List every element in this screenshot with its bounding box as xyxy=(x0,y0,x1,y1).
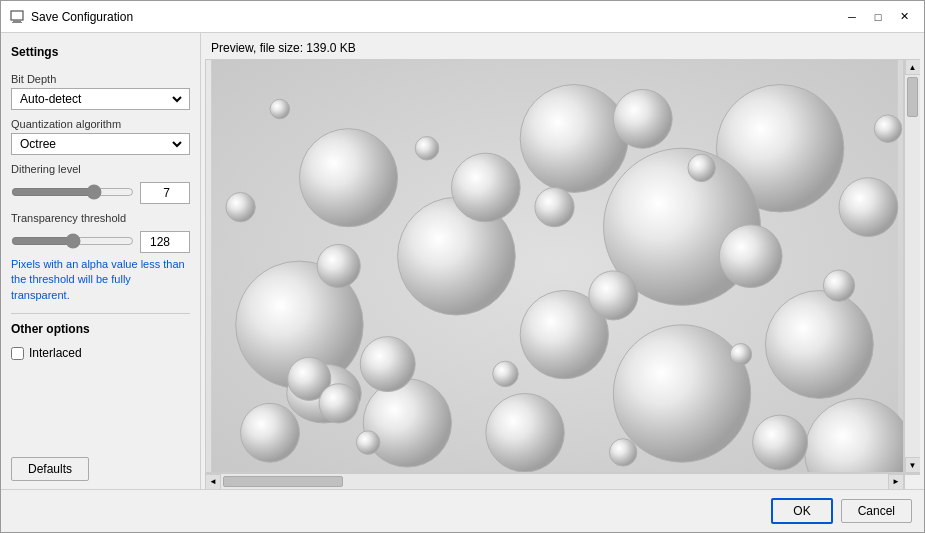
dithering-slider[interactable] xyxy=(11,184,134,200)
quantization-select[interactable]: OctreeMedian cutWu xyxy=(16,136,185,152)
scroll-corner xyxy=(904,474,920,490)
dithering-input[interactable]: 7 xyxy=(140,182,190,204)
scroll-h-thumb[interactable] xyxy=(223,476,343,487)
settings-header: Settings xyxy=(11,45,190,59)
dialog-title: Save Configuration xyxy=(31,10,840,24)
horizontal-scrollbar[interactable]: ◄ ► xyxy=(205,473,920,489)
svg-point-25 xyxy=(317,244,360,287)
svg-point-33 xyxy=(874,115,901,142)
svg-point-26 xyxy=(226,192,255,221)
interlaced-row: Interlaced xyxy=(11,346,190,360)
preview-header: Preview, file size: 139.0 KB xyxy=(201,33,924,59)
bit-depth-label: Bit Depth xyxy=(11,73,190,85)
transparency-slider-container xyxy=(11,233,134,252)
interlaced-checkbox[interactable] xyxy=(11,347,24,360)
ok-button[interactable]: OK xyxy=(771,498,832,524)
svg-point-14 xyxy=(486,394,564,472)
quantization-dropdown[interactable]: OctreeMedian cutWu xyxy=(11,133,190,155)
close-button[interactable]: ✕ xyxy=(892,7,916,27)
scroll-v-track[interactable] xyxy=(905,75,920,457)
minimize-button[interactable]: ─ xyxy=(840,7,864,27)
defaults-btn-row: Defaults xyxy=(11,445,190,481)
interlaced-label[interactable]: Interlaced xyxy=(29,346,82,360)
transparency-slider[interactable] xyxy=(11,233,134,249)
svg-rect-1 xyxy=(13,20,21,22)
svg-point-13 xyxy=(363,379,451,467)
svg-point-32 xyxy=(609,439,636,466)
transparency-row: 128 xyxy=(11,231,190,253)
dithering-slider-container xyxy=(11,184,134,203)
other-options-header: Other options xyxy=(11,322,190,336)
svg-point-27 xyxy=(415,137,439,161)
svg-point-17 xyxy=(452,153,521,222)
scroll-v-thumb[interactable] xyxy=(907,77,918,117)
svg-point-16 xyxy=(613,89,672,148)
bit-depth-select[interactable]: Auto-detect8-bit24-bit32-bit xyxy=(16,91,185,107)
svg-rect-0 xyxy=(11,11,23,20)
quantization-label: Quantization algorithm xyxy=(11,118,190,130)
svg-point-8 xyxy=(613,325,750,462)
dialog: Save Configuration ─ □ ✕ Settings Bit De… xyxy=(0,0,925,533)
dialog-content: Settings Bit Depth Auto-detect8-bit24-bi… xyxy=(1,33,924,489)
svg-point-31 xyxy=(356,431,380,455)
scroll-h-track[interactable] xyxy=(221,474,888,489)
preview-container xyxy=(205,59,904,473)
svg-point-35 xyxy=(730,343,752,365)
transparency-info: Pixels with an alpha value less than the… xyxy=(11,257,190,303)
svg-point-28 xyxy=(688,154,715,181)
svg-rect-2 xyxy=(12,22,22,23)
svg-point-11 xyxy=(299,129,397,227)
svg-point-20 xyxy=(589,271,638,320)
maximize-button[interactable]: □ xyxy=(866,7,890,27)
preview-scroll-wrapper: ▲ ▼ xyxy=(205,59,920,473)
cancel-button[interactable]: Cancel xyxy=(841,499,912,523)
svg-point-21 xyxy=(839,178,898,237)
svg-point-7 xyxy=(765,291,873,399)
left-panel: Settings Bit Depth Auto-detect8-bit24-bi… xyxy=(1,33,201,489)
svg-point-18 xyxy=(360,337,415,392)
transparency-label: Transparency threshold xyxy=(11,212,190,224)
scroll-left-button[interactable]: ◄ xyxy=(205,474,221,490)
title-bar-buttons: ─ □ ✕ xyxy=(840,7,916,27)
svg-point-23 xyxy=(753,415,808,470)
divider xyxy=(11,313,190,314)
svg-point-24 xyxy=(535,188,574,227)
scroll-right-button[interactable]: ► xyxy=(888,474,904,490)
svg-point-22 xyxy=(241,403,300,462)
vertical-scrollbar[interactable]: ▲ ▼ xyxy=(904,59,920,473)
svg-point-6 xyxy=(520,85,628,193)
right-panel: Preview, file size: 139.0 KB xyxy=(201,33,924,489)
bit-depth-dropdown[interactable]: Auto-detect8-bit24-bit32-bit xyxy=(11,88,190,110)
defaults-button[interactable]: Defaults xyxy=(11,457,89,481)
svg-point-29 xyxy=(823,270,854,301)
scroll-down-button[interactable]: ▼ xyxy=(905,457,921,473)
bubbles-svg xyxy=(206,60,903,472)
svg-point-19 xyxy=(719,225,782,288)
preview-area: ▲ ▼ ◄ ► xyxy=(205,59,920,489)
scroll-up-button[interactable]: ▲ xyxy=(905,59,921,75)
app-icon xyxy=(9,9,25,25)
title-bar: Save Configuration ─ □ ✕ xyxy=(1,1,924,33)
dithering-row: 7 xyxy=(11,182,190,204)
bottom-bar: OK Cancel xyxy=(1,489,924,532)
svg-point-34 xyxy=(270,99,290,119)
svg-point-30 xyxy=(493,361,519,387)
svg-point-38 xyxy=(319,384,358,423)
transparency-input[interactable]: 128 xyxy=(140,231,190,253)
dithering-label: Dithering level xyxy=(11,163,190,175)
preview-image xyxy=(206,60,903,472)
